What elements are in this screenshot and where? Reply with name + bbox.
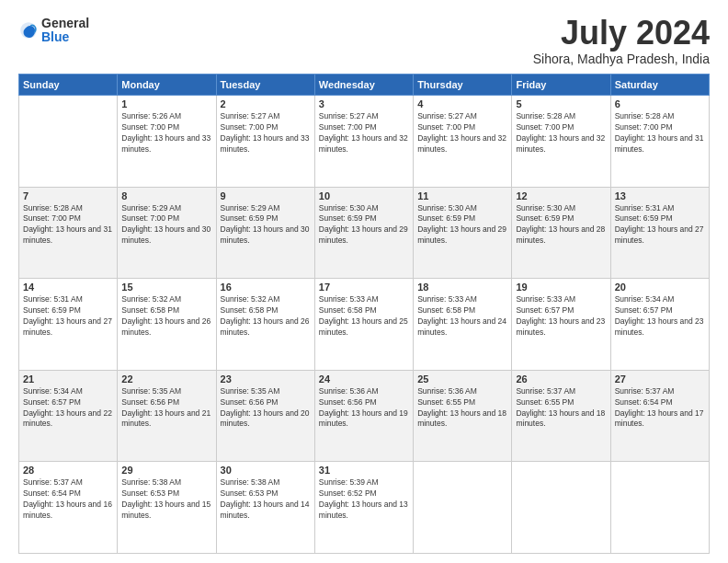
day-number: 9 [221,190,311,201]
day-number: 12 [516,190,606,201]
day-number: 26 [516,373,606,385]
cell-info: Sunrise: 5:37 AM Sunset: 6:54 PM Dayligh… [615,386,705,431]
cell-info: Sunrise: 5:28 AM Sunset: 7:00 PM Dayligh… [615,111,705,155]
cell-info: Sunrise: 5:33 AM Sunset: 6:57 PM Dayligh… [516,294,606,339]
day-number: 17 [319,282,409,293]
cell-info: Sunrise: 5:26 AM Sunset: 7:00 PM Dayligh… [121,111,211,155]
calendar-cell: 3Sunrise: 5:27 AM Sunset: 7:00 PM Daylig… [314,96,413,188]
cell-info: Sunrise: 5:32 AM Sunset: 6:58 PM Dayligh… [121,294,211,339]
day-number: 19 [516,282,606,293]
cell-info: Sunrise: 5:31 AM Sunset: 6:59 PM Dayligh… [23,294,113,339]
calendar-cell: 11Sunrise: 5:30 AM Sunset: 6:59 PM Dayli… [414,187,512,279]
day-header-wednesday: Wednesday [314,75,413,96]
calendar-week-row: 14Sunrise: 5:31 AM Sunset: 6:59 PM Dayli… [19,279,710,371]
page: General Blue July 2024 Sihora, Madhya Pr… [0,0,728,563]
day-header-thursday: Thursday [414,75,512,96]
calendar-cell: 8Sunrise: 5:29 AM Sunset: 7:00 PM Daylig… [118,187,216,279]
calendar-cell: 21Sunrise: 5:34 AM Sunset: 6:57 PM Dayli… [19,370,118,462]
calendar-cell: 12Sunrise: 5:30 AM Sunset: 6:59 PM Dayli… [512,187,610,279]
day-number: 27 [615,373,705,385]
calendar-cell: 29Sunrise: 5:38 AM Sunset: 6:53 PM Dayli… [118,462,216,554]
cell-info: Sunrise: 5:34 AM Sunset: 6:57 PM Dayligh… [23,386,113,431]
day-number: 30 [221,465,311,476]
cell-info: Sunrise: 5:27 AM Sunset: 7:00 PM Dayligh… [319,111,409,155]
calendar-table: SundayMondayTuesdayWednesdayThursdayFrid… [18,74,710,554]
calendar-cell: 30Sunrise: 5:38 AM Sunset: 6:53 PM Dayli… [216,462,314,554]
cell-info: Sunrise: 5:29 AM Sunset: 6:59 PM Dayligh… [221,203,311,247]
calendar-cell: 7Sunrise: 5:28 AM Sunset: 7:00 PM Daylig… [19,187,118,279]
logo-icon [18,20,39,40]
day-number: 11 [417,190,507,201]
day-number: 15 [121,282,211,293]
day-number: 7 [23,190,113,201]
calendar-cell [414,462,512,554]
cell-info: Sunrise: 5:27 AM Sunset: 7:00 PM Dayligh… [417,111,507,155]
day-header-tuesday: Tuesday [216,75,314,96]
calendar-cell: 22Sunrise: 5:35 AM Sunset: 6:56 PM Dayli… [118,370,216,462]
location: Sihora, Madhya Pradesh, India [533,52,710,66]
cell-info: Sunrise: 5:30 AM Sunset: 6:59 PM Dayligh… [417,203,507,247]
day-number: 3 [319,98,409,109]
cell-info: Sunrise: 5:39 AM Sunset: 6:52 PM Dayligh… [319,477,409,522]
day-number: 20 [615,282,705,293]
calendar-cell: 5Sunrise: 5:28 AM Sunset: 7:00 PM Daylig… [512,96,610,188]
calendar-cell: 25Sunrise: 5:36 AM Sunset: 6:55 PM Dayli… [414,370,512,462]
calendar-cell: 28Sunrise: 5:37 AM Sunset: 6:54 PM Dayli… [19,462,118,554]
calendar-cell: 31Sunrise: 5:39 AM Sunset: 6:52 PM Dayli… [314,462,413,554]
day-number: 22 [121,373,211,385]
day-number: 24 [319,373,409,385]
calendar-header-row: SundayMondayTuesdayWednesdayThursdayFrid… [19,75,710,96]
month-title: July 2024 [533,17,710,50]
logo-blue: Blue [41,30,89,44]
day-number: 2 [221,98,311,109]
logo: General Blue [18,17,89,45]
calendar-cell: 4Sunrise: 5:27 AM Sunset: 7:00 PM Daylig… [414,96,512,188]
calendar-week-row: 21Sunrise: 5:34 AM Sunset: 6:57 PM Dayli… [19,370,710,462]
calendar-cell: 13Sunrise: 5:31 AM Sunset: 6:59 PM Dayli… [610,187,709,279]
day-number: 21 [23,373,113,385]
cell-info: Sunrise: 5:28 AM Sunset: 7:00 PM Dayligh… [23,203,113,247]
cell-info: Sunrise: 5:33 AM Sunset: 6:58 PM Dayligh… [319,294,409,339]
title-section: July 2024 Sihora, Madhya Pradesh, India [533,17,710,66]
cell-info: Sunrise: 5:29 AM Sunset: 7:00 PM Dayligh… [121,203,211,247]
cell-info: Sunrise: 5:36 AM Sunset: 6:55 PM Dayligh… [417,386,507,431]
cell-info: Sunrise: 5:35 AM Sunset: 6:56 PM Dayligh… [121,386,211,431]
day-header-monday: Monday [118,75,216,96]
day-number: 14 [23,282,113,293]
calendar-cell: 16Sunrise: 5:32 AM Sunset: 6:58 PM Dayli… [216,279,314,371]
cell-info: Sunrise: 5:30 AM Sunset: 6:59 PM Dayligh… [319,203,409,247]
day-header-friday: Friday [512,75,610,96]
day-number: 5 [516,98,606,109]
cell-info: Sunrise: 5:36 AM Sunset: 6:56 PM Dayligh… [319,386,409,431]
cell-info: Sunrise: 5:38 AM Sunset: 6:53 PM Dayligh… [221,477,311,522]
calendar-cell: 27Sunrise: 5:37 AM Sunset: 6:54 PM Dayli… [610,370,709,462]
calendar-cell: 19Sunrise: 5:33 AM Sunset: 6:57 PM Dayli… [512,279,610,371]
calendar-cell: 15Sunrise: 5:32 AM Sunset: 6:58 PM Dayli… [118,279,216,371]
day-number: 29 [121,465,211,476]
calendar-cell: 14Sunrise: 5:31 AM Sunset: 6:59 PM Dayli… [19,279,118,371]
calendar-cell: 9Sunrise: 5:29 AM Sunset: 6:59 PM Daylig… [216,187,314,279]
cell-info: Sunrise: 5:35 AM Sunset: 6:56 PM Dayligh… [221,386,311,431]
cell-info: Sunrise: 5:34 AM Sunset: 6:57 PM Dayligh… [615,294,705,339]
cell-info: Sunrise: 5:33 AM Sunset: 6:58 PM Dayligh… [417,294,507,339]
day-number: 8 [121,190,211,201]
day-header-saturday: Saturday [610,75,709,96]
day-number: 18 [417,282,507,293]
calendar-cell: 1Sunrise: 5:26 AM Sunset: 7:00 PM Daylig… [118,96,216,188]
calendar-cell: 10Sunrise: 5:30 AM Sunset: 6:59 PM Dayli… [314,187,413,279]
calendar-cell [19,96,118,188]
cell-info: Sunrise: 5:28 AM Sunset: 7:00 PM Dayligh… [516,111,606,155]
day-number: 28 [23,465,113,476]
cell-info: Sunrise: 5:27 AM Sunset: 7:00 PM Dayligh… [221,111,311,155]
day-number: 16 [221,282,311,293]
calendar-week-row: 1Sunrise: 5:26 AM Sunset: 7:00 PM Daylig… [19,96,710,188]
calendar-cell: 6Sunrise: 5:28 AM Sunset: 7:00 PM Daylig… [610,96,709,188]
calendar-week-row: 28Sunrise: 5:37 AM Sunset: 6:54 PM Dayli… [19,462,710,554]
cell-info: Sunrise: 5:31 AM Sunset: 6:59 PM Dayligh… [615,203,705,247]
day-number: 4 [417,98,507,109]
calendar-cell: 26Sunrise: 5:37 AM Sunset: 6:55 PM Dayli… [512,370,610,462]
day-number: 23 [221,373,311,385]
day-number: 1 [121,98,211,109]
cell-info: Sunrise: 5:30 AM Sunset: 6:59 PM Dayligh… [516,203,606,247]
calendar-cell [610,462,709,554]
